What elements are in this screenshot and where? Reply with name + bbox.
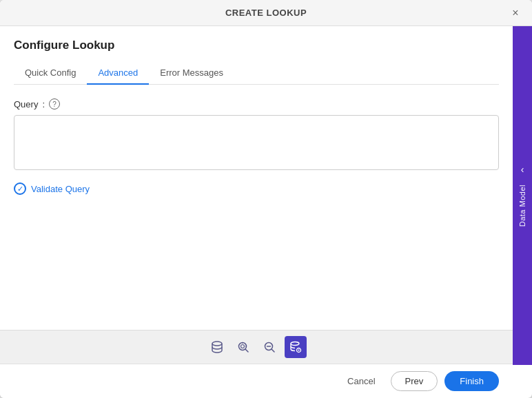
svg-point-3: [241, 345, 245, 348]
footer: Cancel Prev Finish: [0, 364, 513, 398]
dialog: CREATE LOOKUP × ‹ Data Model Configure L…: [0, 0, 532, 398]
main-content: Configure Lookup Quick Config Advanced E…: [0, 26, 513, 330]
settings-search-icon-button[interactable]: [232, 336, 254, 358]
finish-button[interactable]: Finish: [444, 371, 499, 391]
side-panel-label: Data Model: [518, 185, 526, 227]
title-bar: CREATE LOOKUP ×: [0, 0, 532, 26]
svg-point-0: [212, 342, 222, 346]
validate-icon: ✓: [14, 182, 26, 195]
database-icon-button[interactable]: [206, 336, 228, 358]
svg-line-7: [272, 350, 275, 353]
query-textarea[interactable]: [14, 115, 499, 170]
tab-error-messages[interactable]: Error Messages: [149, 62, 234, 85]
close-icon: ×: [512, 7, 518, 19]
tab-advanced[interactable]: Advanced: [87, 62, 149, 85]
svg-point-11: [298, 350, 300, 351]
close-button[interactable]: ×: [507, 5, 524, 21]
database-settings-icon-button[interactable]: [285, 336, 307, 358]
chevron-left-icon: ‹: [521, 164, 524, 175]
query-help-icon[interactable]: ?: [49, 98, 60, 109]
data-model-panel[interactable]: ‹ Data Model: [513, 26, 532, 365]
validate-query-button[interactable]: ✓ Validate Query: [14, 182, 499, 195]
zoom-out-icon-button[interactable]: [258, 336, 280, 358]
tabs-container: Quick Config Advanced Error Messages: [14, 62, 499, 85]
query-label: Query : ?: [14, 98, 499, 109]
bottom-toolbar: [0, 330, 513, 364]
svg-point-1: [239, 343, 247, 350]
prev-button[interactable]: Prev: [391, 371, 438, 391]
svg-point-9: [291, 342, 299, 346]
tab-quick-config[interactable]: Quick Config: [14, 62, 87, 85]
svg-line-2: [246, 350, 249, 353]
validate-label: Validate Query: [31, 184, 90, 194]
configure-heading: Configure Lookup: [14, 39, 499, 52]
dialog-title: CREATE LOOKUP: [225, 8, 307, 18]
cancel-button[interactable]: Cancel: [339, 372, 383, 390]
